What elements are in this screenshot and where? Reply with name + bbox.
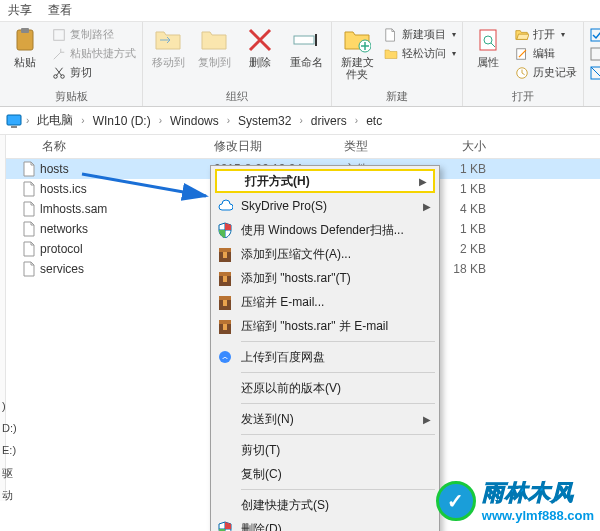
context-menu: 打开方式(H)▶ SkyDrive Pro(S)▶ 使用 Windows Def… bbox=[210, 165, 440, 531]
file-icon bbox=[22, 261, 36, 277]
menu-create-shortcut[interactable]: 创建快捷方式(S) bbox=[213, 493, 437, 517]
file-name: protocol bbox=[40, 242, 83, 256]
watermark-title: 雨林木风 bbox=[482, 478, 594, 508]
column-date[interactable]: 修改日期 bbox=[206, 138, 336, 155]
column-type[interactable]: 类型 bbox=[336, 138, 426, 155]
file-icon bbox=[22, 181, 36, 197]
crumb-windows[interactable]: Windows bbox=[166, 112, 223, 130]
file-icon bbox=[22, 221, 36, 237]
file-name: hosts.ics bbox=[40, 182, 87, 196]
cloud-icon bbox=[217, 198, 233, 214]
invert-selection-button[interactable]: 反向选择 bbox=[588, 64, 600, 81]
file-icon bbox=[22, 161, 36, 177]
archive-icon bbox=[217, 318, 233, 334]
tab-view[interactable]: 查看 bbox=[48, 2, 72, 19]
archive-icon bbox=[217, 270, 233, 286]
select-none-button[interactable]: 全部取消 bbox=[588, 45, 600, 62]
svg-rect-18 bbox=[591, 48, 600, 60]
breadcrumb[interactable]: › 此电脑› WIn10 (D:)› Windows› System32› dr… bbox=[0, 107, 600, 135]
delete-button[interactable]: 删除 bbox=[239, 24, 281, 68]
ribbon-group-open: 属性 打开▾ 编辑 历史记录 打开 bbox=[463, 22, 584, 106]
organize-group-title: 组织 bbox=[226, 87, 248, 106]
move-to-button[interactable]: 移动到 bbox=[147, 24, 189, 68]
menu-compress-email[interactable]: 压缩并 E-mail... bbox=[213, 290, 437, 314]
new-group-title: 新建 bbox=[386, 87, 408, 106]
crumb-d[interactable]: WIn10 (D:) bbox=[89, 112, 155, 130]
open-group-title: 打开 bbox=[512, 87, 534, 106]
edit-button[interactable]: 编辑 bbox=[513, 45, 579, 62]
file-icon bbox=[22, 241, 36, 257]
file-icon bbox=[22, 201, 36, 217]
menu-restore-version[interactable]: 还原以前的版本(V) bbox=[213, 376, 437, 400]
drive-item[interactable]: 动 bbox=[0, 488, 18, 510]
drive-list: ) D:) E:) 驱 动 bbox=[0, 400, 18, 510]
new-folder-button[interactable]: 新建文件夹 bbox=[336, 24, 378, 80]
menu-open-with[interactable]: 打开方式(H)▶ bbox=[215, 169, 435, 193]
menu-skydrive[interactable]: SkyDrive Pro(S)▶ bbox=[213, 194, 437, 218]
watermark-logo-icon: ✓ bbox=[436, 481, 476, 521]
crumb-pc[interactable]: 此电脑 bbox=[33, 110, 77, 131]
ribbon-group-clipboard: 粘贴 复制路径 粘贴快捷方式 剪切 剪贴板 bbox=[0, 22, 143, 106]
watermark-url: www.ylmf888.com bbox=[482, 508, 594, 523]
svg-rect-17 bbox=[54, 29, 65, 40]
chevron-right-icon: › bbox=[26, 115, 29, 126]
column-name[interactable]: 名称 bbox=[6, 138, 206, 155]
easy-access-button[interactable]: 轻松访问▾ bbox=[382, 45, 458, 62]
file-name: networks bbox=[40, 222, 88, 236]
tab-share[interactable]: 共享 bbox=[8, 2, 32, 19]
menu-compress-hosts-email[interactable]: 压缩到 "hosts.rar" 并 E-mail bbox=[213, 314, 437, 338]
drive-item[interactable]: D:) bbox=[0, 422, 18, 444]
menu-copy[interactable]: 复制(C) bbox=[213, 462, 437, 486]
copy-path-button[interactable]: 复制路径 bbox=[50, 26, 138, 43]
open-button[interactable]: 打开▾ bbox=[513, 26, 579, 43]
rename-button[interactable]: 重命名 bbox=[285, 24, 327, 68]
history-button[interactable]: 历史记录 bbox=[513, 64, 579, 81]
select-all-button[interactable]: 全部选择 bbox=[588, 26, 600, 43]
pc-icon bbox=[6, 113, 22, 129]
menu-upload-baidu[interactable]: 上传到百度网盘 bbox=[213, 345, 437, 369]
file-name: lmhosts.sam bbox=[40, 202, 107, 216]
menu-add-archive[interactable]: 添加到压缩文件(A)... bbox=[213, 242, 437, 266]
file-list-header: 名称 修改日期 类型 大小 bbox=[6, 135, 600, 159]
crumb-drivers[interactable]: drivers bbox=[307, 112, 351, 130]
paste-label: 粘贴 bbox=[14, 56, 36, 68]
cut-button[interactable]: 剪切 bbox=[50, 64, 138, 81]
shield-icon bbox=[217, 521, 233, 531]
crumb-etc[interactable]: etc bbox=[362, 112, 386, 130]
new-item-button[interactable]: 新建项目▾ bbox=[382, 26, 458, 43]
watermark: ✓ 雨林木风 www.ylmf888.com bbox=[436, 478, 594, 523]
drive-item[interactable]: 驱 bbox=[0, 466, 18, 488]
file-name: services bbox=[40, 262, 84, 276]
menu-cut[interactable]: 剪切(T) bbox=[213, 438, 437, 462]
ribbon: 粘贴 复制路径 粘贴快捷方式 剪切 剪贴板 移动到 复制到 删除 重命名 组织 … bbox=[0, 22, 600, 107]
ribbon-group-select: 全部选择 全部取消 反向选择 选择 bbox=[584, 22, 600, 106]
clipboard-group-title: 剪贴板 bbox=[55, 87, 88, 106]
ribbon-group-new: 新建文件夹 新建项目▾ 轻松访问▾ 新建 bbox=[332, 22, 463, 106]
menu-add-hosts-rar[interactable]: 添加到 "hosts.rar"(T) bbox=[213, 266, 437, 290]
crumb-system32[interactable]: System32 bbox=[234, 112, 295, 130]
file-name: hosts bbox=[40, 162, 69, 176]
ribbon-group-organize: 移动到 复制到 删除 重命名 组织 bbox=[143, 22, 332, 106]
drive-item[interactable]: E:) bbox=[0, 444, 18, 466]
ribbon-tabs: 共享 查看 bbox=[0, 0, 600, 22]
shield-icon bbox=[217, 222, 233, 238]
paste-shortcut-button[interactable]: 粘贴快捷方式 bbox=[50, 45, 138, 62]
cloud-icon bbox=[217, 349, 233, 365]
archive-icon bbox=[217, 246, 233, 262]
menu-delete[interactable]: 删除(D) bbox=[213, 517, 437, 531]
copy-to-button[interactable]: 复制到 bbox=[193, 24, 235, 68]
properties-button[interactable]: 属性 bbox=[467, 24, 509, 68]
archive-icon bbox=[217, 294, 233, 310]
menu-defender[interactable]: 使用 Windows Defender扫描... bbox=[213, 218, 437, 242]
paste-button[interactable]: 粘贴 bbox=[4, 24, 46, 68]
column-size[interactable]: 大小 bbox=[426, 138, 486, 155]
drive-item[interactable]: ) bbox=[0, 400, 18, 422]
menu-send-to[interactable]: 发送到(N)▶ bbox=[213, 407, 437, 431]
